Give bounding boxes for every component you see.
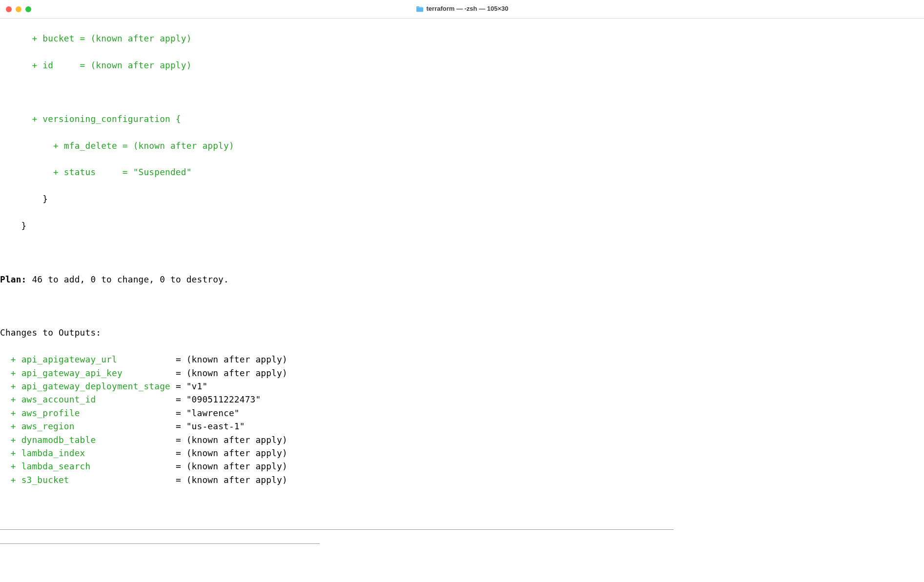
minimize-window-button[interactable] <box>16 6 21 12</box>
traffic-lights <box>6 6 31 12</box>
plan-line: + status = "Suspended" <box>0 165 924 179</box>
blank-line <box>0 557 924 570</box>
plan-line: + versioning_configuration { <box>0 112 924 125</box>
plan-line: + id = (known after apply) <box>0 59 924 72</box>
output-line: + api_gateway_deployment_stage = "v1" <box>0 380 924 393</box>
output-line: + aws_profile = "lawrence" <box>0 406 924 420</box>
divider <box>0 543 320 544</box>
window-title: terraform — -zsh — 105×30 <box>416 4 509 14</box>
output-line: + api_gateway_api_key = (known after app… <box>0 366 924 380</box>
plan-line: + mfa_delete = (known after apply) <box>0 139 924 152</box>
output-line: + aws_account_id = "090511222473" <box>0 393 924 406</box>
window-title-text: terraform — -zsh — 105×30 <box>427 4 509 14</box>
outputs-header: Changes to Outputs: <box>0 326 924 339</box>
folder-icon <box>416 6 424 12</box>
plan-line: + bucket = (known after apply) <box>0 32 924 45</box>
blank-line <box>0 246 924 259</box>
close-window-button[interactable] <box>6 6 12 12</box>
plan-line: } <box>0 219 924 232</box>
divider <box>0 529 674 530</box>
fullscreen-window-button[interactable] <box>25 6 31 12</box>
terminal-content[interactable]: + bucket = (known after apply) + id = (k… <box>0 19 924 582</box>
output-line: + api_apigateway_url = (known after appl… <box>0 353 924 366</box>
output-line: + s3_bucket = (known after apply) <box>0 473 924 486</box>
output-line: + lambda_index = (known after apply) <box>0 446 924 460</box>
output-line: + dynamodb_table = (known after apply) <box>0 433 924 446</box>
output-line: + lambda_search = (known after apply) <box>0 460 924 473</box>
plan-summary: Plan: 46 to add, 0 to change, 0 to destr… <box>0 273 924 286</box>
plan-line: } <box>0 192 924 205</box>
output-line: + aws_region = "us-east-1" <box>0 420 924 433</box>
titlebar: terraform — -zsh — 105×30 <box>0 0 924 19</box>
blank-line <box>0 500 924 513</box>
plan-line <box>0 85 924 99</box>
blank-line <box>0 300 924 313</box>
